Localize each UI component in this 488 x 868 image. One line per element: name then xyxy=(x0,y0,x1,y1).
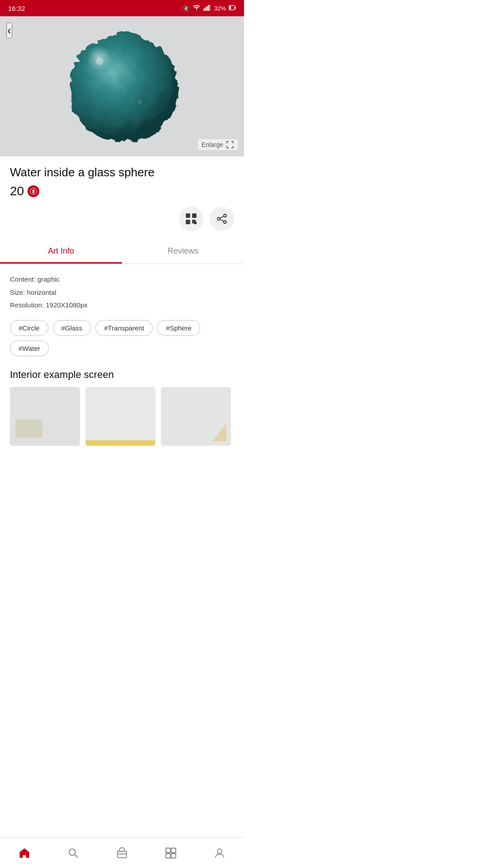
tab-art-info[interactable]: Art Info xyxy=(0,240,122,264)
tags-container: #Circle #Glass #Transparent #Sphere #Wat… xyxy=(10,320,234,356)
action-buttons xyxy=(10,207,234,231)
interior-thumb-2[interactable] xyxy=(85,387,155,446)
tag-transparent[interactable]: #Transparent xyxy=(95,320,153,336)
back-button[interactable]: ‹ xyxy=(6,23,12,38)
interior-thumb-3[interactable] xyxy=(161,387,231,446)
content-line: Content: graphic xyxy=(10,273,234,286)
svg-rect-1 xyxy=(205,7,206,11)
status-time: 16:32 xyxy=(8,5,25,12)
interior-thumb-inner-2 xyxy=(85,387,155,446)
svg-rect-3 xyxy=(208,5,210,10)
product-info: Water inside a glass sphere 20 ₿ xyxy=(0,156,244,240)
svg-rect-19 xyxy=(187,221,189,223)
hero-image-area: ‹ xyxy=(0,16,244,156)
svg-line-27 xyxy=(220,216,224,218)
art-meta: Content: graphic Size: horizontal Resolu… xyxy=(10,273,234,312)
resolution-line: Resolution: 1920X1080px xyxy=(10,299,234,312)
tag-circle[interactable]: #Circle xyxy=(10,320,48,336)
svg-line-28 xyxy=(220,219,224,221)
currency-icon: ₿ xyxy=(28,185,39,197)
interior-thumb-inner-3 xyxy=(161,387,231,446)
svg-rect-2 xyxy=(206,6,208,11)
status-bar: 16:32 🔇 32% xyxy=(0,0,244,16)
svg-rect-6 xyxy=(235,6,236,9)
interior-thumb-1[interactable] xyxy=(10,387,80,446)
status-icons: 🔇 32% xyxy=(183,5,236,12)
svg-rect-18 xyxy=(193,215,195,217)
svg-point-10 xyxy=(96,58,103,65)
svg-rect-0 xyxy=(203,8,205,10)
svg-point-24 xyxy=(224,214,226,217)
interior-scroll xyxy=(10,387,234,446)
product-price-row: 20 ₿ xyxy=(10,184,234,198)
signal-icon xyxy=(203,5,211,12)
enlarge-button[interactable]: Enlarge xyxy=(198,139,238,150)
svg-rect-20 xyxy=(192,220,193,221)
battery-text: 32% xyxy=(214,5,226,12)
tab-reviews[interactable]: Reviews xyxy=(122,240,244,264)
qr-button[interactable] xyxy=(179,207,203,231)
svg-point-9 xyxy=(81,43,131,93)
tag-sphere[interactable]: #Sphere xyxy=(157,320,200,336)
size-line: Size: horizontal xyxy=(10,286,234,299)
tag-glass[interactable]: #Glass xyxy=(53,320,91,336)
svg-point-26 xyxy=(224,221,226,223)
tabs: Art Info Reviews xyxy=(0,240,244,264)
interior-section-title: Interior example screen xyxy=(10,369,234,381)
product-title: Water inside a glass sphere xyxy=(10,165,234,179)
svg-rect-21 xyxy=(194,220,195,221)
svg-rect-22 xyxy=(192,222,193,223)
share-button[interactable] xyxy=(210,207,234,231)
enlarge-label: Enlarge xyxy=(202,141,223,148)
mute-icon: 🔇 xyxy=(183,5,190,12)
wifi-icon xyxy=(192,5,201,12)
product-image xyxy=(61,25,183,147)
svg-rect-23 xyxy=(194,222,196,224)
interior-thumb-inner-1 xyxy=(10,387,80,446)
svg-text:₿: ₿ xyxy=(32,189,35,194)
battery-icon xyxy=(229,5,236,12)
product-price: 20 xyxy=(10,184,24,198)
svg-rect-4 xyxy=(210,5,211,11)
tag-water[interactable]: #Water xyxy=(10,340,49,356)
svg-rect-17 xyxy=(187,215,189,217)
svg-rect-7 xyxy=(229,6,231,9)
art-info-content: Content: graphic Size: horizontal Resolu… xyxy=(0,264,244,455)
svg-point-11 xyxy=(138,100,142,104)
svg-point-25 xyxy=(217,217,220,220)
